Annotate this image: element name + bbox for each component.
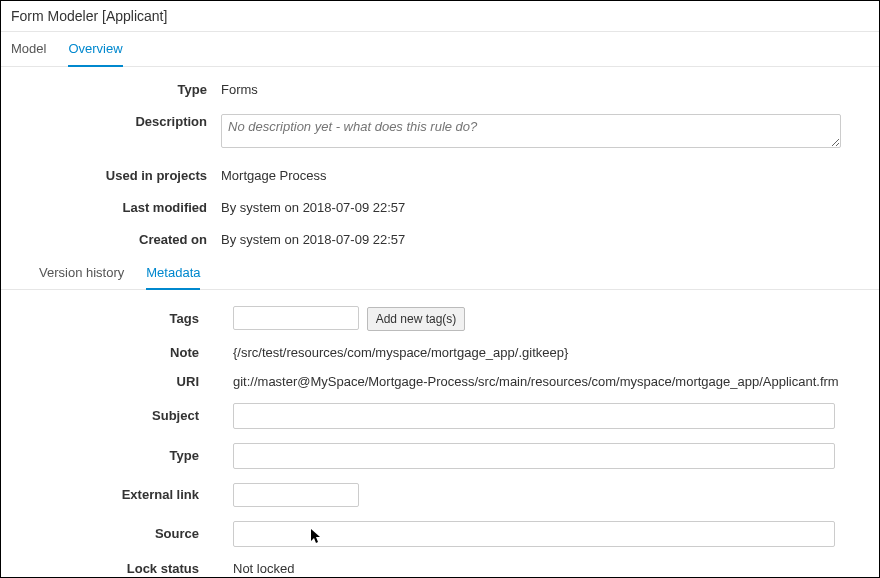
label-used-in-projects: Used in projects [11, 165, 221, 183]
value-lock-status: Not locked [233, 561, 869, 576]
metadata-section: Tags Add new tag(s) Note {/src/test/reso… [1, 290, 879, 576]
label-meta-type: Type [11, 448, 233, 463]
subtab-version-history[interactable]: Version history [39, 257, 124, 289]
tab-model[interactable]: Model [11, 32, 46, 66]
label-subject: Subject [11, 408, 233, 423]
label-external-link: External link [11, 487, 233, 502]
add-tag-button[interactable]: Add new tag(s) [367, 307, 466, 331]
overview-section: Type Forms Description Used in projects … [1, 67, 879, 247]
source-input[interactable] [233, 521, 835, 547]
value-last-modified: By system on 2018-07-09 22:57 [221, 197, 869, 215]
window-title: Form Modeler [Applicant] [1, 1, 879, 32]
value-used-in-projects: Mortgage Process [221, 165, 869, 183]
subtab-metadata[interactable]: Metadata [146, 257, 200, 290]
label-uri: URI [11, 374, 233, 389]
label-last-modified: Last modified [11, 197, 221, 215]
value-type: Forms [221, 79, 869, 97]
value-created-on: By system on 2018-07-09 22:57 [221, 229, 869, 247]
label-description: Description [11, 111, 221, 129]
main-tabs: Model Overview [1, 32, 879, 67]
tab-overview[interactable]: Overview [68, 32, 122, 67]
external-link-input[interactable] [233, 483, 359, 507]
subject-input[interactable] [233, 403, 835, 429]
description-textarea[interactable] [221, 114, 841, 148]
label-source: Source [11, 526, 233, 541]
type-input[interactable] [233, 443, 835, 469]
label-tags: Tags [11, 311, 233, 326]
sub-tabs: Version history Metadata [1, 257, 879, 290]
label-note: Note [11, 345, 233, 360]
tags-input[interactable] [233, 306, 359, 330]
value-uri: git://master@MySpace/Mortgage-Process/sr… [233, 374, 869, 389]
label-type: Type [11, 79, 221, 97]
label-created-on: Created on [11, 229, 221, 247]
label-lock-status: Lock status [11, 561, 233, 576]
value-note: {/src/test/resources/com/myspace/mortgag… [233, 345, 869, 360]
